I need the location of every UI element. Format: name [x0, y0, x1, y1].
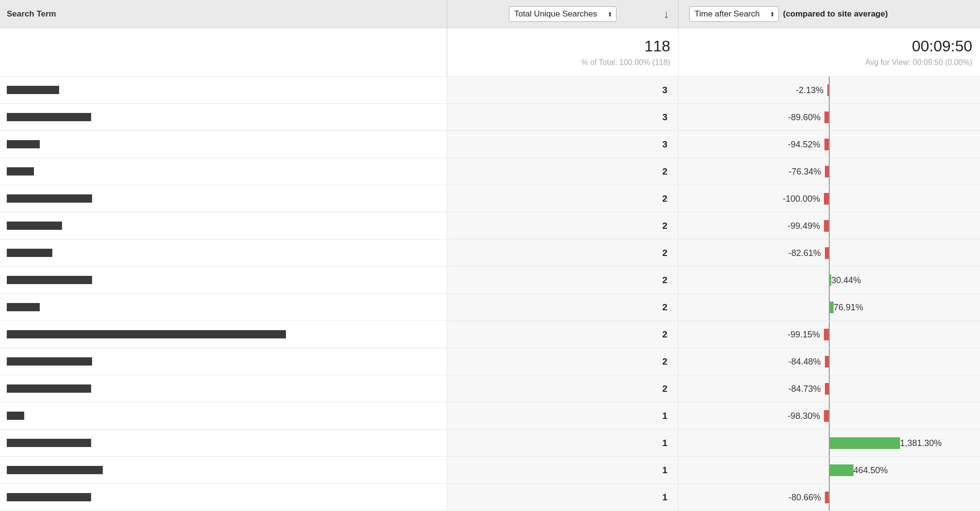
bar-area: -76.34% [679, 158, 980, 185]
searches-count-cell: 3 [447, 104, 679, 130]
bar-value-label: -76.34% [789, 166, 824, 176]
search-term-cell[interactable] [0, 158, 447, 185]
comparison-bar-cell: -84.48% [679, 348, 980, 375]
redacted-term [7, 493, 91, 501]
bar-value-label: -99.15% [788, 329, 823, 339]
bar-value-label: -82.61% [789, 248, 824, 258]
searches-count-cell: 3 [447, 77, 679, 103]
redacted-term [7, 167, 34, 176]
searches-metric-select[interactable]: Total Unique Searches ▴▾ [509, 6, 616, 22]
positive-bar [830, 302, 834, 313]
comparison-bar-cell: -100.00% [679, 185, 980, 212]
bar-value-label: -99.49% [788, 221, 823, 231]
search-term-cell[interactable] [0, 267, 447, 293]
bar-area: 1,381.30% [679, 430, 980, 456]
redacted-term [7, 466, 103, 474]
bar-area: -82.61% [679, 240, 980, 266]
redacted-term [7, 357, 92, 366]
bar-value-label: 1,381.30% [900, 438, 942, 448]
search-term-cell[interactable] [0, 457, 447, 483]
select-caret-icon: ▴▾ [771, 11, 774, 17]
negative-bar [825, 492, 829, 503]
search-term-cell[interactable] [0, 402, 447, 429]
summary-searches-cell: 118 % of Total: 100.00% (118) [447, 28, 679, 76]
comparison-bar-cell: 30.44% [679, 267, 980, 293]
sort-descending-icon[interactable]: ↓ [664, 7, 669, 21]
bar-value-label: 30.44% [831, 275, 861, 285]
comparison-bar-cell: -98.30% [679, 402, 980, 429]
search-term-cell[interactable] [0, 430, 447, 456]
redacted-term [7, 140, 40, 148]
zero-line [829, 484, 830, 511]
search-term-cell[interactable] [0, 240, 447, 266]
summary-term-cell [0, 28, 447, 76]
table-row: 1-98.30% [0, 402, 980, 430]
table-body: 3-2.13%3-89.60%3-94.52%2-76.34%2-100.00%… [0, 77, 980, 511]
zero-line [829, 240, 830, 266]
bar-value-label: -2.13% [796, 85, 826, 95]
redacted-term [7, 222, 62, 230]
searches-count-cell: 2 [447, 294, 679, 320]
bar-value-label: -84.73% [788, 383, 823, 394]
negative-bar [824, 193, 829, 205]
select-caret-icon: ▴▾ [609, 11, 611, 17]
search-term-cell[interactable] [0, 294, 447, 320]
bar-value-label: -80.66% [789, 492, 824, 502]
zero-line [829, 321, 830, 348]
summary-time-sub: Avg for View: 00:09:50 (0.00%) [865, 58, 972, 67]
column-header-time: Time after Search ▴▾ (compared to site a… [679, 0, 980, 28]
summary-row: 118 % of Total: 100.00% (118) 00:09:50 A… [0, 28, 980, 77]
comparison-bar-cell: -80.66% [679, 484, 980, 511]
summary-searches-total: 118 [645, 37, 670, 55]
redacted-term [7, 384, 91, 393]
searches-count-cell: 3 [447, 131, 679, 158]
search-term-cell[interactable] [0, 77, 447, 103]
searches-count-cell: 2 [447, 158, 679, 185]
table-row: 2-99.15% [0, 321, 980, 348]
searches-count-cell: 1 [447, 484, 679, 511]
search-term-cell[interactable] [0, 348, 447, 375]
zero-line [829, 375, 830, 402]
table-row: 276.91% [0, 294, 980, 321]
search-term-cell[interactable] [0, 375, 447, 402]
table-row: 2-76.34% [0, 158, 980, 185]
bar-area: -94.52% [679, 131, 980, 158]
zero-line [829, 212, 830, 239]
bar-value-label: -94.52% [788, 139, 823, 149]
bar-value-label: -84.48% [789, 356, 824, 367]
comparison-bar-cell: -94.52% [679, 131, 980, 158]
redacted-term [7, 276, 92, 284]
column-header-search-term[interactable]: Search Term [0, 0, 447, 28]
table-row: 3-2.13% [0, 77, 980, 104]
bar-value-label: 76.91% [834, 302, 863, 312]
table-row: 3-89.60% [0, 104, 980, 131]
search-term-cell[interactable] [0, 104, 447, 130]
search-term-cell[interactable] [0, 212, 447, 239]
bar-area: -100.00% [679, 185, 980, 212]
search-term-cell[interactable] [0, 185, 447, 212]
bar-area: -99.49% [679, 212, 980, 239]
searches-count-cell: 1 [447, 430, 679, 456]
bar-area: -89.60% [679, 104, 980, 130]
search-term-cell[interactable] [0, 484, 447, 511]
positive-bar [830, 437, 900, 449]
bar-area: 464.50% [679, 457, 980, 483]
search-term-cell[interactable] [0, 131, 447, 158]
time-metric-select[interactable]: Time after Search ▴▾ [689, 6, 779, 22]
searches-count-cell: 2 [447, 267, 679, 293]
redacted-term [7, 113, 91, 121]
comparison-bar-cell: 1,381.30% [679, 430, 980, 456]
search-term-cell[interactable] [0, 321, 447, 348]
bar-value-label: 464.50% [854, 465, 888, 475]
table-row: 2-100.00% [0, 185, 980, 212]
zero-line [829, 77, 830, 103]
searches-count-cell: 2 [447, 348, 679, 375]
comparison-bar-cell: 464.50% [679, 457, 980, 483]
bar-value-label: -100.00% [783, 193, 823, 204]
searches-count-cell: 1 [447, 457, 679, 483]
negative-bar [825, 383, 829, 395]
search-term-label: Search Term [7, 9, 56, 19]
zero-line [829, 104, 830, 130]
bar-area: -2.13% [679, 77, 980, 103]
negative-bar [824, 329, 829, 340]
